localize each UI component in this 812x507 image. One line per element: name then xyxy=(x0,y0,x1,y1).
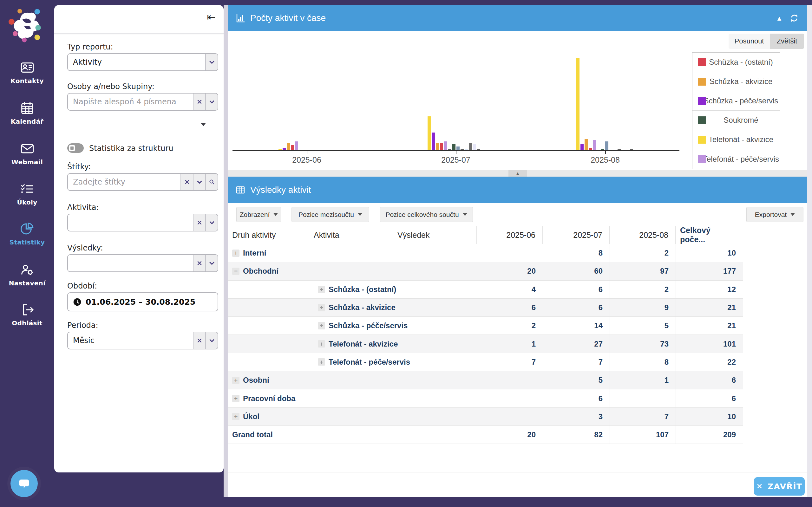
collapse-row-icon[interactable]: − xyxy=(232,268,239,275)
value-cell: 27 xyxy=(543,335,610,352)
clear-icon[interactable] xyxy=(180,174,193,190)
legend-item[interactable]: Telefonát - péče/servis xyxy=(692,149,780,169)
report-type-label: Typ reportu: xyxy=(67,43,113,51)
column-header-[interactable]: 2025-06 xyxy=(477,226,543,244)
legend-item[interactable]: Telefonát - akvizice xyxy=(692,130,780,149)
tasks-icon xyxy=(20,182,35,196)
app-logo[interactable] xyxy=(4,6,49,47)
periodicity-select[interactable]: Měsíc xyxy=(67,332,218,349)
search-icon[interactable] xyxy=(205,174,218,190)
chat-button[interactable] xyxy=(10,470,38,497)
row-label-cell: +Schůzka - akvizice xyxy=(228,299,477,317)
structure-toggle[interactable] xyxy=(67,143,84,153)
value-cell: 10 xyxy=(675,244,743,262)
sidebar-item-label: Nastavení xyxy=(9,279,46,287)
sidebar-item-label: Kalendář xyxy=(11,118,44,125)
pozice-mezisouctu-button[interactable]: Pozice mezisoučtu xyxy=(291,207,369,222)
row-label: Telefonát - akvizice xyxy=(329,340,398,348)
column-header-celkovy-poce[interactable]: Celkový poče... xyxy=(675,226,743,244)
row-label-cell: +Telefonát - akvizice xyxy=(228,335,477,352)
bar xyxy=(428,116,431,150)
people-groups-input[interactable] xyxy=(68,94,193,110)
chevron-down-icon[interactable] xyxy=(193,174,205,190)
close-button[interactable]: ✕ ZAVŘÍT xyxy=(754,477,805,496)
main-panel: Počty aktivit v čase ▲ Posunout Zvětšit … xyxy=(228,5,807,497)
column-header-empty xyxy=(743,226,807,244)
expand-row-icon[interactable]: + xyxy=(318,340,325,347)
resize-handle[interactable]: ▲ xyxy=(508,170,527,177)
bar xyxy=(593,140,596,150)
legend-item[interactable]: Schůzka - akvizice xyxy=(692,72,780,91)
expand-row-icon[interactable]: + xyxy=(232,413,239,420)
sidebar-item-odhlasit[interactable]: Odhlásit xyxy=(0,302,54,332)
column-header-druh-aktivity[interactable]: Druh aktivity xyxy=(228,226,309,244)
value-cell: 73 xyxy=(610,335,675,352)
legend-item[interactable]: Soukromé xyxy=(692,111,780,130)
legend-item[interactable]: Schůzka - (ostatní) xyxy=(692,53,780,72)
value-cell: 20 xyxy=(477,262,543,280)
pozice-celkoveho-souctu-button[interactable]: Pozice celkového součtu xyxy=(380,207,473,222)
expand-more-icon[interactable] xyxy=(201,123,206,126)
column-header-aktivita[interactable]: Aktivita xyxy=(309,226,393,244)
column-header-[interactable]: 2025-07 xyxy=(543,226,610,244)
clock-icon xyxy=(73,298,82,306)
collapse-panel-icon[interactable]: ▲ xyxy=(777,15,781,21)
sidebar-item-webmail[interactable]: Webmail xyxy=(0,142,54,171)
scroll-strip[interactable] xyxy=(807,5,812,497)
tags-input[interactable] xyxy=(68,174,180,190)
chevron-down-icon[interactable] xyxy=(205,255,218,271)
tags-label: Štítky: xyxy=(67,162,91,171)
clear-icon[interactable] xyxy=(193,332,205,349)
sidebar-item-statistiky[interactable]: Statistiky xyxy=(0,222,54,251)
pan-button[interactable]: Posunout xyxy=(728,34,770,49)
value-cell: 14 xyxy=(543,317,610,335)
clear-icon[interactable] xyxy=(193,214,205,231)
report-type-select[interactable]: Aktivity xyxy=(67,53,218,71)
legend-item[interactable]: Schůzka - péče/servis xyxy=(692,91,780,111)
sidebar-item-label: Odhlásit xyxy=(12,319,43,327)
expand-row-icon[interactable]: + xyxy=(232,249,239,257)
date-range-picker[interactable]: 01.06.2025 – 30.08.2025 xyxy=(67,292,218,312)
value-cell: 97 xyxy=(610,262,675,280)
sidebar-item-kalendar[interactable]: Kalendář xyxy=(0,101,54,130)
chevron-down-icon[interactable] xyxy=(205,94,218,110)
activity-input[interactable] xyxy=(68,214,193,231)
table-row: +Úkol3710 xyxy=(228,408,743,426)
clear-icon[interactable] xyxy=(193,94,205,110)
table-row: +Osobní516 xyxy=(228,371,743,389)
value-cell: 177 xyxy=(675,262,743,280)
legend-color-swatch xyxy=(698,136,706,144)
legend-label: Schůzka - akvizice xyxy=(700,77,773,86)
zobrazeni-button[interactable]: Zobrazení xyxy=(236,207,281,222)
expand-row-icon[interactable]: + xyxy=(232,377,239,384)
refresh-icon[interactable] xyxy=(790,13,799,23)
value-cell: 22 xyxy=(675,353,743,371)
export-button[interactable]: Exportovat xyxy=(746,207,803,222)
panel-gutter[interactable] xyxy=(224,5,228,497)
expand-row-icon[interactable]: + xyxy=(232,395,239,402)
results-input[interactable] xyxy=(68,255,193,271)
legend-label: Soukromé xyxy=(714,116,758,125)
sidebar-item-nastaveni[interactable]: Nastavení xyxy=(0,263,54,292)
period-range-label: Období: xyxy=(67,282,97,290)
expand-row-icon[interactable]: + xyxy=(318,286,325,293)
chevron-down-icon[interactable] xyxy=(205,214,218,231)
sidebar-item-kontakty[interactable]: Kontakty xyxy=(0,60,54,90)
column-header-vysledek[interactable]: Výsledek xyxy=(393,226,477,244)
zoom-button[interactable]: Zvětšit xyxy=(770,34,804,49)
chevron-down-icon[interactable] xyxy=(205,332,218,349)
bar xyxy=(581,144,584,150)
column-header-[interactable]: 2025-08 xyxy=(610,226,675,244)
chevron-down-icon[interactable] xyxy=(205,54,218,70)
expand-row-icon[interactable]: + xyxy=(318,358,325,365)
row-label-cell: Grand total xyxy=(228,426,477,444)
value-cell: 8 xyxy=(610,353,675,371)
collapse-left-icon[interactable]: ⇤ xyxy=(207,12,215,22)
clear-icon[interactable] xyxy=(193,255,205,271)
value-cell: 2 xyxy=(477,317,543,335)
expand-row-icon[interactable]: + xyxy=(318,304,325,312)
value-cell: 9 xyxy=(610,299,675,317)
chevron-down-icon xyxy=(463,213,467,216)
sidebar-item-ukoly[interactable]: Úkoly xyxy=(0,182,54,211)
expand-row-icon[interactable]: + xyxy=(318,322,325,329)
